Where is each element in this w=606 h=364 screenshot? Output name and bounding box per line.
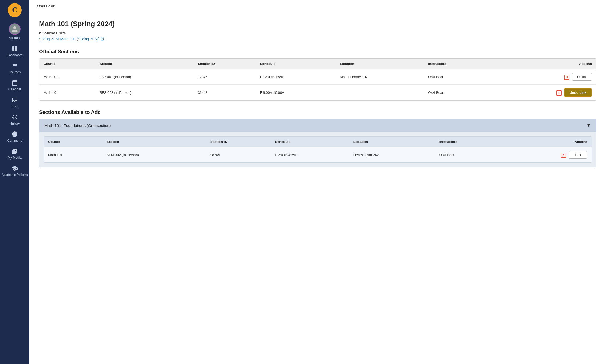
sidebar-item-label: Inbox xyxy=(11,104,18,108)
external-link-icon xyxy=(100,37,104,41)
sidebar-item-dashboard[interactable]: Dashboard xyxy=(0,42,29,60)
action-badge: C xyxy=(556,90,562,96)
accordion-body: Course Section Section ID Schedule Locat… xyxy=(39,132,596,167)
my-media-icon xyxy=(11,148,18,155)
sidebar-item-label: Calendar xyxy=(8,87,21,91)
unlink-button[interactable]: Unlink xyxy=(572,73,592,81)
sidebar-item-commons[interactable]: Commons xyxy=(0,128,29,145)
sidebar-item-my-media[interactable]: My Media xyxy=(0,145,29,162)
cell-schedule: F 2:00P-4:59P xyxy=(271,147,349,163)
cell-location: — xyxy=(336,85,424,101)
courses-icon xyxy=(11,62,18,69)
cell-section-id: 98765 xyxy=(206,147,271,163)
sidebar-item-label: Academic Policies xyxy=(2,173,28,177)
inbox-icon xyxy=(11,96,18,103)
official-sections-table: Course Section Section ID Schedule Locat… xyxy=(39,58,596,101)
cell-actions: A Link xyxy=(503,147,592,163)
cell-instructors: Oski Bear xyxy=(424,69,489,85)
cell-course: Math 101 xyxy=(39,69,95,85)
col-header-instructors: Instructors xyxy=(435,137,503,147)
cell-section-id: 31448 xyxy=(193,85,255,101)
table-row: Math 101 SES 002 (In Person) 31448 F 9:0… xyxy=(39,85,596,101)
main-content: Oski Bear Math 101 (Spring 2024) bCourse… xyxy=(29,0,606,364)
chevron-down-icon: ▼ xyxy=(586,123,591,128)
sidebar-item-label: Dashboard xyxy=(7,53,23,57)
cell-course: Math 101 xyxy=(39,85,95,101)
col-header-course: Course xyxy=(39,59,95,69)
cell-section: LAB 001 (In Person) xyxy=(95,69,194,85)
sidebar-logo[interactable]: C xyxy=(8,3,22,18)
table-row: Math 101 SEM 002 (In Person) 98765 F 2:0… xyxy=(44,147,592,163)
sidebar-item-calendar[interactable]: Calendar xyxy=(0,77,29,94)
sidebar-item-label: Courses xyxy=(9,70,21,74)
cell-instructors: Oski Bear xyxy=(424,85,489,101)
table-row: Math 101 LAB 001 (In Person) 12345 F 12:… xyxy=(39,69,596,85)
cell-instructors: Oski Bear xyxy=(435,147,503,163)
cell-section: SEM 002 (In Person) xyxy=(102,147,206,163)
col-header-section: Section xyxy=(95,59,194,69)
col-header-course: Course xyxy=(44,137,102,147)
cell-location: Hearst Gym 242 xyxy=(349,147,435,163)
history-icon xyxy=(11,114,18,121)
bcourses-link[interactable]: Spring 2024 Math 101 (Spring 2024) xyxy=(39,37,104,41)
sidebar-item-inbox[interactable]: Inbox xyxy=(0,94,29,111)
page-title: Math 101 (Spring 2024) xyxy=(39,20,596,28)
col-header-actions: Actions xyxy=(489,59,596,69)
col-header-section: Section xyxy=(102,137,206,147)
sidebar-item-courses[interactable]: Courses xyxy=(0,60,29,77)
sidebar-item-label: Account xyxy=(9,36,20,40)
bcourses-label: bCourses Site xyxy=(39,31,596,35)
calendar-icon xyxy=(11,79,18,86)
col-header-location: Location xyxy=(349,137,435,147)
undo-link-button[interactable]: Undo Link xyxy=(564,88,592,97)
cell-section-id: 12345 xyxy=(193,69,255,85)
cell-schedule: F 12:00P-1:59P xyxy=(256,69,336,85)
col-header-section-id: Section ID xyxy=(206,137,271,147)
col-header-schedule: Schedule xyxy=(271,137,349,147)
col-header-instructors: Instructors xyxy=(424,59,489,69)
academic-policies-icon xyxy=(11,165,18,172)
col-header-section-id: Section ID xyxy=(193,59,255,69)
topbar-username: Oski Bear xyxy=(37,4,55,8)
avatar xyxy=(9,23,21,35)
cell-location: Moffitt Library 102 xyxy=(336,69,424,85)
cell-actions: C Undo Link xyxy=(489,85,596,101)
cell-schedule: F 9:00A-10:00A xyxy=(256,85,336,101)
col-header-schedule: Schedule xyxy=(256,59,336,69)
sidebar-item-label: Commons xyxy=(7,139,22,142)
official-sections-title: Official Sections xyxy=(39,49,596,55)
accordion-label: Math 101- Foundations (One section) xyxy=(44,123,111,128)
link-button[interactable]: Link xyxy=(569,151,587,159)
sidebar-item-account[interactable]: Account xyxy=(0,21,29,42)
svg-text:C: C xyxy=(12,6,17,14)
sidebar-item-history[interactable]: History xyxy=(0,111,29,128)
topbar: Oski Bear xyxy=(29,0,606,12)
sidebar: C Account Dashboard Courses Calendar Inb xyxy=(0,0,29,364)
sections-available-title: Sections Available to Add xyxy=(39,109,596,115)
sidebar-item-label: History xyxy=(10,122,20,125)
commons-icon xyxy=(11,131,18,138)
cell-actions: B Unlink xyxy=(489,69,596,85)
cell-course: Math 101 xyxy=(44,147,102,163)
cell-section: SES 002 (In Person) xyxy=(95,85,194,101)
action-badge: A xyxy=(561,153,566,158)
col-header-location: Location xyxy=(336,59,424,69)
sidebar-item-label: My Media xyxy=(8,156,22,160)
action-badge: B xyxy=(564,75,569,80)
col-header-actions: Actions xyxy=(503,137,592,147)
accordion: Math 101- Foundations (One section) ▼ Co… xyxy=(39,119,596,167)
accordion-header[interactable]: Math 101- Foundations (One section) ▼ xyxy=(39,119,596,132)
dashboard-icon xyxy=(11,45,18,52)
available-sections-table: Course Section Section ID Schedule Locat… xyxy=(44,136,592,163)
sidebar-item-academic-policies[interactable]: Academic Policies xyxy=(0,162,29,179)
